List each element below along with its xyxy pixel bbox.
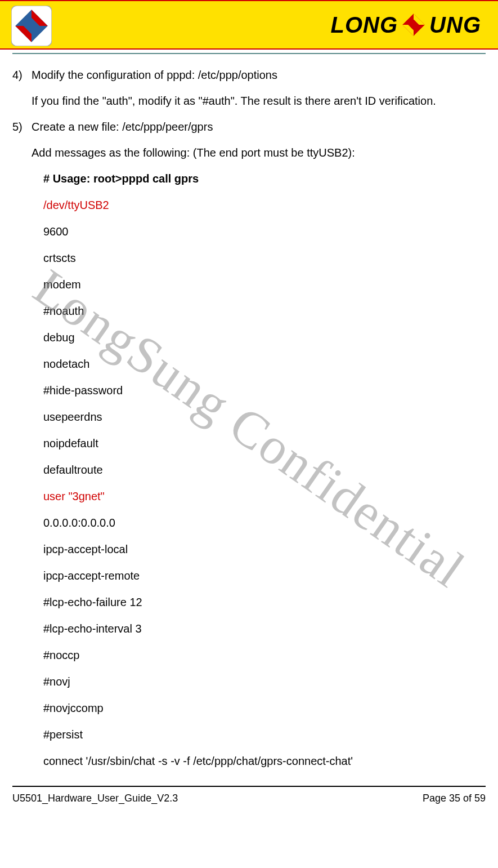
config-line: #hide-password bbox=[12, 377, 486, 404]
brand-ung: UNG bbox=[429, 12, 481, 38]
config-block: /dev/ttyUSB29600crtsctsmodem#noauthdebug… bbox=[12, 192, 486, 774]
config-line: crtscts bbox=[12, 245, 486, 271]
config-line: /dev/ttyUSB2 bbox=[12, 192, 486, 219]
config-line: #persist bbox=[12, 722, 486, 748]
page-content: LongSung Confidential 4) Modify the conf… bbox=[0, 54, 498, 774]
longsung-corner-logo-icon bbox=[11, 6, 52, 46]
config-line: usepeerdns bbox=[12, 404, 486, 430]
brand-long: LONG bbox=[331, 12, 398, 38]
config-line: nodetach bbox=[12, 351, 486, 377]
footer: U5501_Hardware_User_Guide_V2.3 Page 35 o… bbox=[0, 787, 498, 814]
step-5-title: Create a new file: /etc/ppp/peer/gprs bbox=[32, 114, 486, 140]
config-line: debug bbox=[12, 324, 486, 351]
config-line: ipcp-accept-remote bbox=[12, 563, 486, 589]
config-line: connect '/usr/sbin/chat -s -v -f /etc/pp… bbox=[12, 748, 486, 774]
step-4-number: 4) bbox=[12, 62, 32, 88]
step-5: 5) Create a new file: /etc/ppp/peer/gprs bbox=[12, 114, 486, 140]
step-4-desc: If you find the "auth", modify it as "#a… bbox=[12, 88, 486, 114]
config-line: noipdefault bbox=[12, 430, 486, 457]
footer-doc-name: U5501_Hardware_User_Guide_V2.3 bbox=[12, 793, 178, 804]
brand-text: LONG UNG bbox=[331, 12, 481, 38]
config-line: #lcp-echo-failure 12 bbox=[12, 589, 486, 616]
longsung-brand-icon bbox=[401, 12, 426, 37]
step-5-number: 5) bbox=[12, 114, 32, 140]
config-line: defaultroute bbox=[12, 457, 486, 483]
config-line: #novj bbox=[12, 669, 486, 695]
step-4-title: Modify the configuration of pppd: /etc/p… bbox=[32, 62, 486, 88]
config-line: #lcp-echo-interval 3 bbox=[12, 616, 486, 642]
config-line: #noauth bbox=[12, 298, 486, 324]
config-line: modem bbox=[12, 271, 486, 298]
config-line: user "3gnet" bbox=[12, 483, 486, 510]
config-line: #novjccomp bbox=[12, 695, 486, 722]
step-4: 4) Modify the configuration of pppd: /et… bbox=[12, 62, 486, 88]
header-bar: LONG UNG bbox=[0, 0, 498, 50]
config-line: 9600 bbox=[12, 219, 486, 245]
config-line: #noccp bbox=[12, 642, 486, 669]
footer-page-number: Page 35 of 59 bbox=[423, 793, 486, 804]
usage-line: # Usage: root>pppd call gprs bbox=[12, 166, 486, 192]
config-line: ipcp-accept-local bbox=[12, 536, 486, 563]
step-5-intro: Add messages as the following: (The end … bbox=[12, 140, 486, 166]
config-line: 0.0.0.0:0.0.0.0 bbox=[12, 510, 486, 536]
